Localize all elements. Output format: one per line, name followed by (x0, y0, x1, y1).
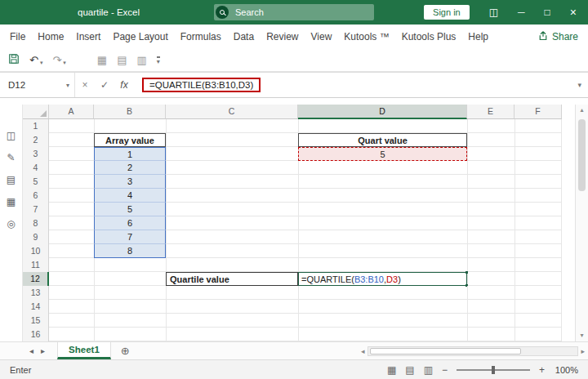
row-header[interactable]: 11 (23, 258, 49, 272)
row-header[interactable]: 14 (23, 300, 49, 314)
row-header[interactable]: 1 (23, 119, 49, 133)
row-header[interactable]: 10 (23, 244, 49, 258)
layout-pane-icon[interactable]: ▤ (7, 175, 16, 185)
zoom-slider-thumb[interactable] (492, 366, 495, 374)
row-header[interactable]: 7 (23, 203, 49, 216)
row-header[interactable]: 4 (23, 161, 49, 175)
row-header[interactable]: 13 (23, 286, 49, 300)
zoom-slider[interactable] (457, 369, 530, 371)
name-box[interactable]: D12 ▾ (0, 73, 75, 97)
add-sheet-button[interactable]: ⊕ (121, 345, 130, 357)
grid-pane-icon[interactable]: ▦ (7, 197, 16, 207)
sheet-row[interactable]: 3 1 5 (23, 147, 562, 161)
cell-d3-quart-value[interactable]: 5 (298, 147, 467, 161)
sign-in-button[interactable]: Sign in (424, 5, 470, 20)
row-header[interactable]: 16 (23, 328, 49, 341)
sheet-row[interactable]: 1 (23, 119, 562, 133)
horizontal-scroll-track[interactable] (368, 346, 579, 356)
cell-b9[interactable]: 7 (94, 230, 166, 244)
save-button[interactable] (8, 53, 20, 68)
customize-toolbar-icon[interactable]: ▾ (157, 56, 160, 65)
ribbon-tab-formulas[interactable]: Formulas (180, 31, 221, 42)
sheet-row[interactable]: 11 (23, 258, 562, 272)
page-break-view-button[interactable]: ▥ (424, 365, 433, 375)
close-button[interactable]: × (570, 7, 577, 18)
formula-input[interactable]: =QUARTILE(B3:B10,D3) (134, 78, 577, 92)
expand-formula-bar-icon[interactable]: ▾ (577, 81, 588, 89)
cancel-button[interactable]: × (75, 79, 95, 91)
row-header[interactable]: 8 (23, 216, 49, 230)
horizontal-scroll-thumb[interactable] (370, 348, 521, 354)
sheet-row[interactable]: 2 Array value Quart value (23, 133, 562, 147)
sheet-row[interactable]: 4 2 (23, 161, 562, 175)
ribbon-tab-home[interactable]: Home (38, 31, 64, 42)
view-pane-icon[interactable]: ◎ (7, 219, 15, 229)
ribbon-tab-view[interactable]: View (311, 31, 332, 42)
cell-b6[interactable]: 4 (94, 189, 166, 203)
cell-b8[interactable]: 6 (94, 216, 166, 230)
sheet-row[interactable]: 13 (23, 286, 562, 300)
cell-b10[interactable]: 8 (94, 244, 166, 258)
cell-b3[interactable]: 1 (94, 147, 166, 161)
ribbon-display-options-icon[interactable]: ◫ (489, 7, 498, 17)
confirm-button[interactable]: ✓ (95, 79, 114, 91)
ribbon-tab-file[interactable]: File (10, 31, 25, 42)
normal-view-button[interactable]: ▦ (387, 365, 396, 375)
zoom-level[interactable]: 100% (554, 365, 578, 375)
cell-b7[interactable]: 5 (94, 203, 166, 216)
undo-button[interactable]: ↶▾ (29, 55, 42, 65)
insert-function-button[interactable]: fx (114, 79, 134, 91)
column-header-a[interactable]: A (49, 105, 94, 119)
sheet-row[interactable]: 6 4 (23, 189, 562, 203)
edit-pane-icon[interactable]: ✎ (7, 153, 15, 163)
next-sheet-icon[interactable]: ▸ (41, 346, 45, 355)
cell-b2-array-header[interactable]: Array value (94, 133, 166, 147)
row-header[interactable]: 2 (23, 133, 49, 147)
column-header-f[interactable]: F (514, 105, 562, 119)
cell-d2-quart-header[interactable]: Quart value (298, 133, 467, 147)
ribbon-tab-insert[interactable]: Insert (76, 31, 100, 42)
zoom-out-button[interactable]: − (442, 365, 448, 375)
sheet-row[interactable]: 12 Quartile value =QUARTILE(B3:B10,D3) (23, 272, 562, 286)
toolbar-grid-icon[interactable]: ▦ (97, 55, 107, 65)
scroll-down-icon[interactable]: ▾ (580, 330, 583, 341)
sheet-row[interactable]: 8 6 (23, 216, 562, 230)
cell-b4[interactable]: 2 (94, 161, 166, 175)
scroll-up-icon[interactable]: ▴ (580, 105, 583, 116)
sheet-row[interactable]: 9 7 (23, 230, 562, 244)
select-all-corner[interactable] (23, 105, 49, 119)
ribbon-tab-kutools-plus[interactable]: Kutools Plus (402, 31, 457, 42)
sheet-tab-sheet1[interactable]: Sheet1 (57, 342, 111, 359)
sheet-row[interactable]: 14 (23, 300, 562, 314)
row-header[interactable]: 6 (23, 189, 49, 203)
ribbon-tab-help[interactable]: Help (468, 31, 488, 42)
vertical-scroll-thumb[interactable] (578, 119, 586, 191)
previous-sheet-icon[interactable]: ◂ (29, 346, 33, 355)
row-header[interactable]: 15 (23, 314, 49, 328)
column-header-c[interactable]: C (166, 105, 298, 119)
sheet-row[interactable]: 16 (23, 328, 562, 341)
scroll-left-icon[interactable]: ◂ (361, 347, 365, 355)
cell-c12-result-label[interactable]: Quartile value (166, 272, 298, 286)
scroll-right-icon[interactable]: ▸ (581, 347, 585, 355)
ribbon-tab-page-layout[interactable]: Page Layout (113, 31, 167, 42)
ribbon-tab-review[interactable]: Review (266, 31, 298, 42)
sheet-row[interactable]: 15 (23, 314, 562, 328)
vertical-scrollbar[interactable]: ▴ ▾ (575, 105, 588, 341)
row-header[interactable]: 9 (23, 230, 49, 244)
column-header-b[interactable]: B (94, 105, 166, 119)
sheet-row[interactable]: 7 5 (23, 203, 562, 216)
ribbon-tab-kutools[interactable]: Kutools ™ (344, 31, 389, 42)
row-header[interactable]: 3 (23, 147, 49, 161)
row-header-selected[interactable]: 12 (23, 272, 49, 286)
zoom-in-button[interactable]: + (539, 365, 545, 375)
sheet-row[interactable]: 5 3 (23, 175, 562, 189)
ribbon-tab-data[interactable]: Data (234, 31, 254, 42)
cell-b5[interactable]: 3 (94, 175, 166, 189)
search-box[interactable]: Search (214, 4, 374, 20)
toolbar-page-icon[interactable]: ▤ (117, 55, 127, 65)
toolbar-columns-icon[interactable]: ▥ (136, 55, 146, 65)
redo-button[interactable]: ↷▾ (52, 55, 65, 65)
navigation-pane-icon[interactable]: ◫ (7, 131, 16, 140)
vertical-scroll-track[interactable] (576, 116, 588, 330)
